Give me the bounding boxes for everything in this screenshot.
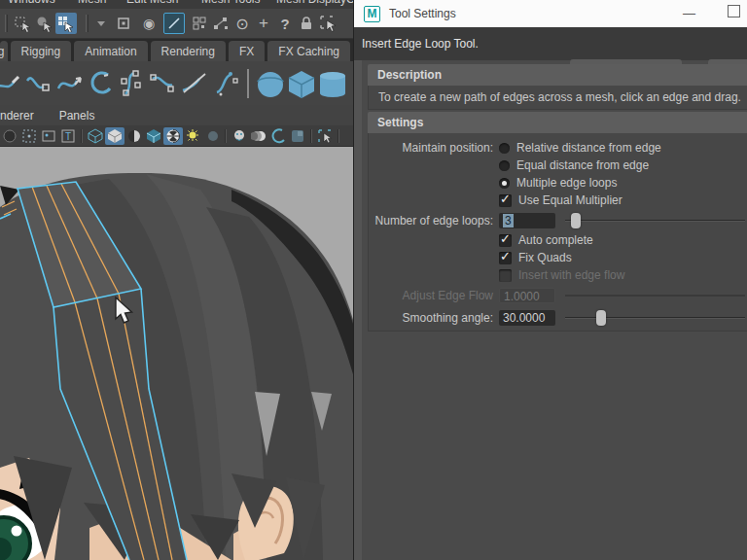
curve-pencil-icon[interactable] [0,67,23,100]
help-icon[interactable]: ? [274,13,296,34]
lighting-icon[interactable] [183,127,202,145]
menu-mesh-tools[interactable]: Mesh Tools [201,0,260,6]
wireframe-icon[interactable] [86,127,105,145]
snap-points-icon[interactable] [210,13,231,34]
menu-mesh-display[interactable]: Mesh Display [276,0,346,6]
flat-shade-icon[interactable] [124,127,144,145]
adjust-edge-flow-slider [565,288,747,303]
shelf-tab-animation[interactable]: Animation [74,41,147,61]
panel-menu-renderer[interactable]: nderer [0,109,34,122]
lock-icon[interactable] [296,13,317,34]
insert-edge-loop-active-icon[interactable] [163,13,185,34]
radio-equal-distance[interactable] [499,160,510,171]
tool-settings-titlebar[interactable]: M Tool Settings — [354,0,747,27]
shelf-separator [247,69,249,98]
snap-center-icon[interactable]: ⊙ [231,13,253,34]
viewport-3d-scene[interactable] [0,147,353,560]
shelf-tab-rendering[interactable]: Rendering [151,41,226,61]
auto-complete-label[interactable]: Auto complete [518,233,593,247]
radio-multiple-edge-loops[interactable] [499,178,510,189]
description-frame-header[interactable]: Description [368,64,747,86]
poly-sphere-icon[interactable] [255,67,286,100]
radio-multiple-edge-loops-label[interactable]: Multiple edge loops [516,176,617,190]
radio-equal-distance-label[interactable]: Equal distance from edge [516,158,649,172]
isolate-select-icon[interactable] [315,127,335,145]
highlight-select-icon[interactable] [317,13,338,34]
panel-menu-panels[interactable]: Panels [59,109,95,122]
toolbar-separator [338,129,339,143]
num-edge-loops-label: Number of edge loops: [369,214,493,228]
smoothing-angle-label: Smoothing angle: [369,311,493,325]
motion-blur-icon[interactable] [249,127,268,145]
use-equal-multiplier-label[interactable]: Use Equal Multiplier [518,193,622,207]
plus-icon[interactable]: + [253,13,274,34]
tool-settings-window: M Tool Settings — Insert Edge Loop Tool.… [353,0,747,560]
grip-icon[interactable] [5,15,8,32]
smoothing-angle-field[interactable]: 30.0000 [499,310,555,326]
adjust-edge-flow-field: 1.0000 [499,288,555,303]
curve-arrow-icon[interactable] [54,67,86,100]
shelf-icon-row [0,61,353,105]
radio-relative-distance[interactable] [499,143,510,154]
fix-quads-checkbox[interactable] [499,252,512,264]
dropdown-caret-icon[interactable] [97,21,105,26]
description-text: To create a new path of edges across a m… [378,90,741,104]
window-title: Tool Settings [389,7,456,20]
radio-relative-distance-label[interactable]: Relative distance from edge [516,141,661,155]
wireframe-on-shaded-icon[interactable] [144,127,163,145]
shelf-tab-fx-caching[interactable]: FX Caching [267,41,350,61]
maya-main-window: Windows Mesh Edit Mesh Mesh Tools Mesh D… [0,0,353,560]
panel-menubar: nderer Panels [0,105,353,125]
curve-straighten-icon[interactable] [179,67,210,100]
main-menubar: Windows Mesh Edit Mesh Mesh Tools Mesh D… [0,0,353,9]
snap-grid-icon[interactable] [113,13,134,34]
tool-header-bar: Insert Edge Loop Tool. Reset Tool To [354,27,747,60]
shelf-tab-rigging[interactable]: Rigging [11,41,72,61]
poly-cylinder-icon[interactable] [317,67,348,100]
num-edge-loops-slider[interactable] [565,213,747,228]
curve-arc-icon[interactable] [86,67,117,100]
select-marquee-icon[interactable] [13,13,34,34]
fix-quads-label[interactable]: Fix Quads [518,251,572,264]
menu-edit-mesh[interactable]: Edit Mesh [126,0,178,6]
image-plane-icon[interactable] [39,127,58,145]
shaded-icon[interactable] [105,127,124,145]
maintain-position-label: Maintain position: [369,141,493,155]
shadows-icon[interactable] [202,127,222,145]
select-lasso-icon[interactable] [34,13,55,34]
viewport-toolbar: T [0,125,353,147]
settings-frame-header[interactable]: Settings [368,112,747,133]
maximize-button[interactable] [728,5,740,18]
menu-windows[interactable]: Windows [8,0,55,6]
toolbar-separator [225,129,227,143]
curve-sine-icon[interactable] [23,67,54,100]
snap-curve-icon[interactable]: ◉ [138,13,160,34]
maya-logo-icon: M [364,6,380,22]
ao-icon[interactable] [230,127,249,145]
curve-edit-points-icon[interactable] [117,67,148,100]
grid-icon[interactable] [19,127,39,145]
use-equal-multiplier-checkbox[interactable] [499,194,512,207]
camera-icon[interactable] [0,127,19,145]
menu-curves[interactable]: Curves [346,0,353,6]
shelf-tab-fx[interactable]: FX [229,41,265,61]
textured-icon[interactable] [163,127,183,145]
menu-mesh[interactable]: Mesh [78,0,106,6]
poly-cube-icon[interactable] [286,67,317,100]
insert-with-edge-flow-checkbox [499,269,512,282]
shelf-tab-modeling[interactable]: g [0,41,8,61]
smoothing-angle-slider[interactable] [565,310,747,326]
minimize-button[interactable]: — [683,6,695,20]
plate-icon[interactable] [288,127,307,145]
text-hud-icon[interactable]: T [58,127,78,145]
auto-complete-checkbox[interactable] [499,234,512,247]
select-component-icon[interactable] [55,13,77,34]
grip-icon[interactable] [86,15,89,32]
symmetry-grid-icon[interactable] [189,13,210,34]
num-edge-loops-field[interactable]: 3 [499,213,555,228]
description-frame: Description To create a new path of edge… [368,64,747,110]
curve-detach-icon[interactable] [210,67,241,100]
curve-squares-icon[interactable] [148,67,179,100]
insert-with-edge-flow-label: Insert with edge flow [518,268,624,282]
fog-icon[interactable] [268,127,288,145]
